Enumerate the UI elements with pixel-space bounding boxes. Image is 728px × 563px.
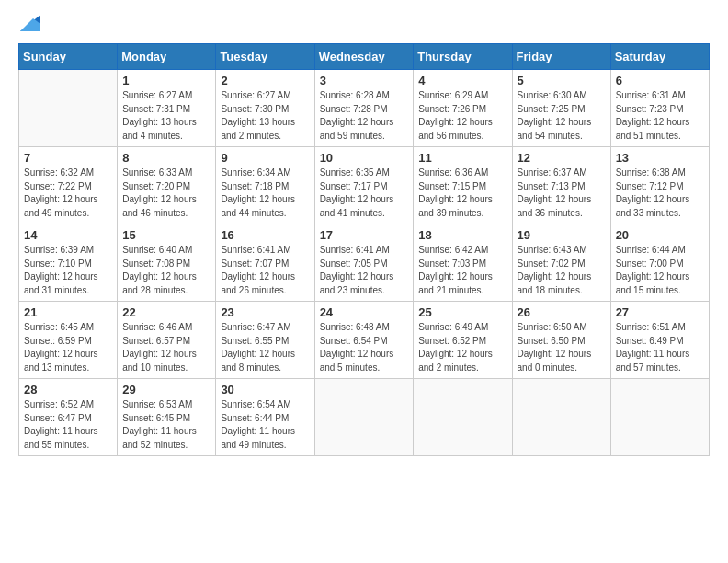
day-number: 18 bbox=[418, 228, 506, 242]
day-number: 23 bbox=[221, 305, 309, 319]
day-info: Sunrise: 6:43 AM Sunset: 7:02 PM Dayligh… bbox=[518, 244, 606, 297]
day-number: 13 bbox=[616, 151, 704, 165]
day-number: 1 bbox=[122, 74, 210, 87]
day-cell: 8Sunrise: 6:33 AM Sunset: 7:20 PM Daylig… bbox=[118, 147, 216, 224]
page-header bbox=[18, 15, 710, 36]
day-number: 16 bbox=[221, 228, 309, 242]
day-cell: 25Sunrise: 6:49 AM Sunset: 6:52 PM Dayli… bbox=[414, 302, 512, 379]
day-info: Sunrise: 6:28 AM Sunset: 7:28 PM Dayligh… bbox=[320, 89, 409, 143]
day-cell: 15Sunrise: 6:40 AM Sunset: 7:08 PM Dayli… bbox=[118, 224, 216, 302]
week-row-2: 7Sunrise: 6:32 AM Sunset: 7:22 PM Daylig… bbox=[19, 147, 710, 224]
day-cell: 20Sunrise: 6:44 AM Sunset: 7:00 PM Dayli… bbox=[610, 224, 709, 302]
day-number: 12 bbox=[518, 151, 606, 165]
day-number: 7 bbox=[24, 151, 112, 165]
day-info: Sunrise: 6:30 AM Sunset: 7:25 PM Dayligh… bbox=[518, 89, 606, 143]
logo-icon bbox=[20, 15, 40, 31]
header-saturday: Saturday bbox=[610, 44, 709, 70]
day-number: 9 bbox=[221, 151, 309, 165]
week-row-5: 28Sunrise: 6:52 AM Sunset: 6:47 PM Dayli… bbox=[19, 379, 710, 456]
day-cell: 23Sunrise: 6:47 AM Sunset: 6:55 PM Dayli… bbox=[216, 302, 314, 379]
header-monday: Monday bbox=[118, 44, 216, 70]
day-info: Sunrise: 6:44 AM Sunset: 7:00 PM Dayligh… bbox=[616, 244, 704, 297]
day-info: Sunrise: 6:47 AM Sunset: 6:55 PM Dayligh… bbox=[221, 321, 309, 374]
day-cell bbox=[414, 379, 512, 456]
day-number: 15 bbox=[122, 228, 210, 242]
header-wednesday: Wednesday bbox=[314, 44, 414, 70]
day-cell: 2Sunrise: 6:27 AM Sunset: 7:30 PM Daylig… bbox=[216, 70, 314, 147]
day-number: 30 bbox=[221, 383, 309, 396]
day-info: Sunrise: 6:42 AM Sunset: 7:03 PM Dayligh… bbox=[418, 244, 506, 297]
day-info: Sunrise: 6:49 AM Sunset: 6:52 PM Dayligh… bbox=[418, 321, 506, 374]
day-number: 17 bbox=[320, 228, 409, 242]
day-info: Sunrise: 6:41 AM Sunset: 7:05 PM Dayligh… bbox=[320, 244, 409, 297]
day-number: 19 bbox=[518, 228, 606, 242]
day-info: Sunrise: 6:37 AM Sunset: 7:13 PM Dayligh… bbox=[518, 167, 606, 220]
day-number: 11 bbox=[418, 151, 506, 165]
day-info: Sunrise: 6:51 AM Sunset: 6:49 PM Dayligh… bbox=[616, 321, 704, 374]
day-cell bbox=[512, 379, 610, 456]
day-info: Sunrise: 6:31 AM Sunset: 7:23 PM Dayligh… bbox=[616, 89, 704, 143]
day-number: 5 bbox=[518, 74, 606, 87]
day-info: Sunrise: 6:27 AM Sunset: 7:30 PM Dayligh… bbox=[221, 89, 309, 143]
day-cell: 16Sunrise: 6:41 AM Sunset: 7:07 PM Dayli… bbox=[216, 224, 314, 302]
day-cell: 28Sunrise: 6:52 AM Sunset: 6:47 PM Dayli… bbox=[19, 379, 118, 456]
day-cell bbox=[314, 379, 414, 456]
day-number: 3 bbox=[320, 74, 409, 87]
day-cell: 24Sunrise: 6:48 AM Sunset: 6:54 PM Dayli… bbox=[314, 302, 414, 379]
day-cell: 4Sunrise: 6:29 AM Sunset: 7:26 PM Daylig… bbox=[414, 70, 512, 147]
day-info: Sunrise: 6:50 AM Sunset: 6:50 PM Dayligh… bbox=[518, 321, 606, 374]
day-cell: 7Sunrise: 6:32 AM Sunset: 7:22 PM Daylig… bbox=[19, 147, 118, 224]
day-info: Sunrise: 6:45 AM Sunset: 6:59 PM Dayligh… bbox=[24, 321, 112, 374]
day-cell: 17Sunrise: 6:41 AM Sunset: 7:05 PM Dayli… bbox=[314, 224, 414, 302]
day-cell: 12Sunrise: 6:37 AM Sunset: 7:13 PM Dayli… bbox=[512, 147, 610, 224]
day-cell: 22Sunrise: 6:46 AM Sunset: 6:57 PM Dayli… bbox=[118, 302, 216, 379]
day-number: 27 bbox=[616, 305, 704, 319]
day-cell bbox=[19, 70, 118, 147]
day-number: 10 bbox=[320, 151, 409, 165]
day-cell: 18Sunrise: 6:42 AM Sunset: 7:03 PM Dayli… bbox=[414, 224, 512, 302]
day-number: 6 bbox=[616, 74, 704, 87]
day-number: 26 bbox=[518, 305, 606, 319]
day-cell: 5Sunrise: 6:30 AM Sunset: 7:25 PM Daylig… bbox=[512, 70, 610, 147]
day-number: 29 bbox=[122, 383, 210, 396]
day-info: Sunrise: 6:52 AM Sunset: 6:47 PM Dayligh… bbox=[24, 398, 112, 452]
day-cell: 11Sunrise: 6:36 AM Sunset: 7:15 PM Dayli… bbox=[414, 147, 512, 224]
header-tuesday: Tuesday bbox=[216, 44, 314, 70]
header-row: SundayMondayTuesdayWednesdayThursdayFrid… bbox=[19, 44, 710, 70]
day-info: Sunrise: 6:29 AM Sunset: 7:26 PM Dayligh… bbox=[418, 89, 506, 143]
day-cell: 26Sunrise: 6:50 AM Sunset: 6:50 PM Dayli… bbox=[512, 302, 610, 379]
day-info: Sunrise: 6:39 AM Sunset: 7:10 PM Dayligh… bbox=[24, 244, 112, 297]
day-number: 24 bbox=[320, 305, 409, 319]
week-row-3: 14Sunrise: 6:39 AM Sunset: 7:10 PM Dayli… bbox=[19, 224, 710, 302]
day-number: 8 bbox=[122, 151, 210, 165]
day-cell: 6Sunrise: 6:31 AM Sunset: 7:23 PM Daylig… bbox=[610, 70, 709, 147]
day-info: Sunrise: 6:46 AM Sunset: 6:57 PM Dayligh… bbox=[122, 321, 210, 374]
day-cell: 1Sunrise: 6:27 AM Sunset: 7:31 PM Daylig… bbox=[118, 70, 216, 147]
day-info: Sunrise: 6:35 AM Sunset: 7:17 PM Dayligh… bbox=[320, 167, 409, 220]
day-number: 2 bbox=[221, 74, 309, 87]
day-cell: 3Sunrise: 6:28 AM Sunset: 7:28 PM Daylig… bbox=[314, 70, 414, 147]
logo-text bbox=[18, 15, 40, 36]
day-cell: 19Sunrise: 6:43 AM Sunset: 7:02 PM Dayli… bbox=[512, 224, 610, 302]
day-info: Sunrise: 6:38 AM Sunset: 7:12 PM Dayligh… bbox=[616, 167, 704, 220]
header-sunday: Sunday bbox=[19, 44, 118, 70]
day-number: 22 bbox=[122, 305, 210, 319]
day-info: Sunrise: 6:40 AM Sunset: 7:08 PM Dayligh… bbox=[122, 244, 210, 297]
day-number: 21 bbox=[24, 305, 112, 319]
day-info: Sunrise: 6:36 AM Sunset: 7:15 PM Dayligh… bbox=[418, 167, 506, 220]
header-thursday: Thursday bbox=[414, 44, 512, 70]
day-number: 28 bbox=[24, 383, 112, 396]
day-number: 4 bbox=[418, 74, 506, 87]
day-cell: 9Sunrise: 6:34 AM Sunset: 7:18 PM Daylig… bbox=[216, 147, 314, 224]
day-info: Sunrise: 6:41 AM Sunset: 7:07 PM Dayligh… bbox=[221, 244, 309, 297]
day-cell: 14Sunrise: 6:39 AM Sunset: 7:10 PM Dayli… bbox=[19, 224, 118, 302]
day-cell: 21Sunrise: 6:45 AM Sunset: 6:59 PM Dayli… bbox=[19, 302, 118, 379]
day-cell: 13Sunrise: 6:38 AM Sunset: 7:12 PM Dayli… bbox=[610, 147, 709, 224]
day-info: Sunrise: 6:53 AM Sunset: 6:45 PM Dayligh… bbox=[122, 398, 210, 452]
day-info: Sunrise: 6:34 AM Sunset: 7:18 PM Dayligh… bbox=[221, 167, 309, 220]
calendar-table: SundayMondayTuesdayWednesdayThursdayFrid… bbox=[18, 43, 710, 456]
day-number: 14 bbox=[24, 228, 112, 242]
day-cell: 27Sunrise: 6:51 AM Sunset: 6:49 PM Dayli… bbox=[610, 302, 709, 379]
day-cell: 30Sunrise: 6:54 AM Sunset: 6:44 PM Dayli… bbox=[216, 379, 314, 456]
day-number: 20 bbox=[616, 228, 704, 242]
